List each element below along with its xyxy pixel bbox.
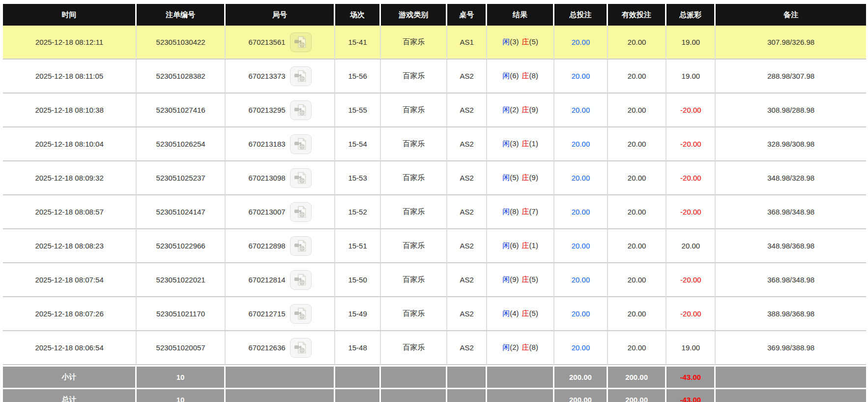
video-replay-icon — [294, 103, 307, 117]
cell-round-id: 670213295 — [226, 93, 335, 127]
cell-round-id: 670213098 — [226, 161, 335, 195]
cell-result: 闲(5)庄(9) — [487, 161, 554, 195]
cell-session: 15-52 — [335, 195, 381, 229]
cell-table-id: AS1 — [447, 26, 487, 60]
cell-table-id: AS2 — [447, 229, 487, 263]
video-replay-button[interactable] — [290, 100, 312, 120]
banker-score: (8) — [529, 71, 538, 80]
table-row: 2025-12-18 08:08:23523051022966670212898… — [3, 229, 866, 263]
round-id-value: 670213561 — [249, 38, 286, 46]
cell-time: 2025-12-18 08:08:23 — [3, 229, 137, 263]
table-row: 2025-12-18 08:07:26523051021170670212715… — [3, 297, 866, 331]
video-replay-button[interactable] — [290, 270, 312, 290]
cell-session: 15-53 — [335, 161, 381, 195]
cell-bet-id: 523051027416 — [137, 93, 226, 127]
banker-score: (9) — [529, 105, 538, 114]
video-replay-icon — [294, 273, 307, 286]
cell-result: 闲(6)庄(1) — [487, 229, 554, 263]
cell-payout: -20.00 — [666, 161, 716, 195]
banker-score: (5) — [529, 275, 538, 283]
player-score: (4) — [510, 309, 519, 317]
player-score: (8) — [510, 207, 519, 216]
table-row: 2025-12-18 08:11:05523051028382670213373… — [3, 60, 866, 93]
round-id-group: 670213373 — [228, 60, 332, 93]
cell-bet-id: 523051026254 — [137, 127, 226, 161]
banker-label: 庄 — [522, 207, 529, 216]
round-id-value: 670213295 — [249, 106, 286, 114]
total-total-bet: 200.00 — [554, 388, 608, 402]
cell-result: 闲(8)庄(7) — [487, 195, 554, 229]
subtotal-row: 小计10200.00200.00-43.00 — [3, 365, 866, 388]
cell-round-id: 670213373 — [226, 60, 335, 93]
column-header-round_id: 局号 — [226, 4, 335, 26]
video-replay-button[interactable] — [290, 202, 312, 222]
round-id-group: 670213098 — [228, 161, 332, 194]
cell-session: 15-54 — [335, 127, 381, 161]
cell-round-id: 670213007 — [226, 195, 335, 229]
column-header-payout: 总派彩 — [666, 4, 716, 26]
cell-payout: 19.00 — [666, 331, 716, 365]
cell-round-id: 670213561 — [226, 26, 335, 60]
banker-label: 庄 — [522, 275, 529, 283]
round-id-group: 670212814 — [228, 263, 332, 296]
cell-bet-id: 523051025237 — [137, 161, 226, 195]
cell-payout: -20.00 — [666, 195, 716, 229]
cell-remark: 308.98/288.98 — [716, 93, 866, 127]
cell-payout: 20.00 — [666, 229, 716, 263]
total-row: 总计10200.00200.00-43.00 — [3, 388, 866, 402]
column-header-time: 时间 — [3, 4, 137, 26]
cell-round-id: 670212715 — [226, 297, 335, 331]
cell-bet-id: 523051021170 — [137, 297, 226, 331]
column-header-result: 结果 — [487, 4, 554, 26]
banker-label: 庄 — [522, 241, 529, 249]
cell-session: 15-50 — [335, 263, 381, 297]
player-label: 闲 — [502, 71, 510, 80]
cell-payout: 19.00 — [666, 60, 716, 93]
video-replay-button[interactable] — [290, 304, 312, 324]
video-replay-button[interactable] — [290, 236, 312, 256]
player-label: 闲 — [502, 37, 510, 46]
cell-result: 闲(3)庄(1) — [487, 127, 554, 161]
cell-empty-round — [226, 365, 335, 388]
column-header-remark: 备注 — [716, 4, 866, 26]
banker-score: (7) — [529, 207, 538, 216]
video-replay-button[interactable] — [290, 338, 312, 358]
video-replay-button[interactable] — [290, 32, 312, 52]
column-header-valid_bet: 有效投注 — [608, 4, 666, 26]
cell-empty-table — [447, 388, 487, 402]
round-id-group: 670213295 — [228, 93, 332, 126]
cell-time: 2025-12-18 08:09:32 — [3, 161, 137, 195]
round-id-group: 670212898 — [228, 229, 332, 262]
cell-payout: -20.00 — [666, 93, 716, 127]
cell-session: 15-41 — [335, 26, 381, 60]
cell-valid-bet: 20.00 — [608, 331, 666, 365]
cell-time: 2025-12-18 08:10:38 — [3, 93, 137, 127]
banker-label: 庄 — [522, 71, 529, 80]
cell-bet-id: 523051020057 — [137, 331, 226, 365]
cell-payout: -20.00 — [666, 263, 716, 297]
subtotal-count: 10 — [137, 365, 226, 388]
bet-history-table: 时间注单编号局号场次游戏类别桌号结果总投注有效投注总派彩备注 2025-12-1… — [3, 4, 866, 402]
cell-total-bet: 20.00 — [554, 229, 608, 263]
video-replay-button[interactable] — [290, 134, 312, 154]
cell-round-id: 670212898 — [226, 229, 335, 263]
banker-score: (8) — [529, 343, 538, 351]
cell-table-id: AS2 — [447, 263, 487, 297]
banker-score: (5) — [529, 309, 538, 317]
cell-game-type: 百家乐 — [381, 263, 447, 297]
cell-empty-game — [381, 388, 447, 402]
cell-remark: 368.98/348.98 — [716, 195, 866, 229]
player-score: (6) — [510, 71, 519, 80]
video-replay-icon — [294, 205, 307, 218]
video-replay-button[interactable] — [290, 168, 312, 188]
round-id-group: 670212636 — [228, 331, 332, 364]
video-replay-button[interactable] — [290, 66, 312, 86]
cell-result: 闲(6)庄(8) — [487, 60, 554, 93]
column-header-session: 场次 — [335, 4, 381, 26]
round-id-value: 670212715 — [249, 309, 286, 318]
cell-total-bet: 20.00 — [554, 263, 608, 297]
table-footer: 小计10200.00200.00-43.00总计10200.00200.00-4… — [3, 365, 866, 402]
cell-round-id: 670213183 — [226, 127, 335, 161]
player-label: 闲 — [502, 207, 510, 216]
cell-total-bet: 20.00 — [554, 331, 608, 365]
